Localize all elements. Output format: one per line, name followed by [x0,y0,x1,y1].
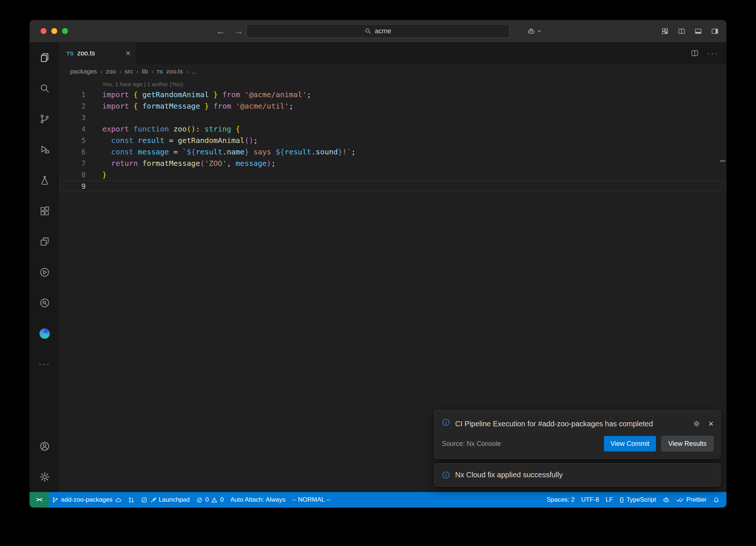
code-text[interactable]: } [86,169,107,181]
account-icon[interactable] [30,431,59,461]
toggle-secondary-sidebar-icon[interactable] [711,28,718,35]
testing-icon[interactable] [30,165,59,195]
line-number[interactable]: 3 [60,112,86,123]
more-views-icon[interactable]: ··· [30,349,59,379]
explorer-icon[interactable] [30,42,59,73]
code-line[interactable]: 9 [60,181,726,192]
toggle-primary-sidebar-icon[interactable] [678,28,685,35]
tab-zoo-ts[interactable]: TS zoo.ts × [60,42,136,64]
encoding-status[interactable]: UTF-8 [578,492,602,508]
search-circle-icon[interactable] [30,287,59,318]
checklist-icon [141,497,147,503]
vim-mode-status[interactable]: -- NORMAL -- [289,492,334,508]
search-text: acme [375,27,391,35]
code-line[interactable]: 4export function zoo(): string { [60,123,726,135]
error-icon [196,497,203,503]
view-commit-button[interactable]: View Commit [604,436,656,451]
code-text[interactable]: const result = getRandomAnimal(); [86,135,258,146]
split-editor-icon[interactable] [691,50,698,57]
activity-bar: ··· [30,42,60,492]
toggle-panel-icon[interactable] [695,28,702,35]
forward-arrow-icon[interactable]: → [234,26,243,37]
run-debug-icon[interactable] [30,134,59,165]
command-center-search[interactable]: acme [246,24,510,38]
line-number[interactable]: 7 [60,158,86,169]
breadcrumb-item[interactable]: zoo [106,68,116,75]
code-text[interactable] [86,181,102,192]
copilot-icon [527,27,535,35]
line-number[interactable]: 6 [60,146,86,158]
breadcrumb-file[interactable]: zoo.ts [166,68,183,75]
source-control-icon[interactable] [30,103,59,134]
line-number[interactable]: 2 [60,100,86,112]
title-bar[interactable]: ← → acme [30,20,726,42]
line-number[interactable]: 1 [60,89,86,100]
maximize-window-button[interactable] [62,28,68,34]
code-text[interactable]: export function zoo(): string { [86,123,240,135]
git-branch-icon [52,497,58,503]
git-compare-status[interactable] [125,492,138,508]
notification-settings-gear-icon[interactable] [693,420,700,427]
breadcrumb-item[interactable]: lib [142,68,148,75]
customize-layout-icon[interactable] [662,28,669,35]
bell-icon [713,497,719,503]
notification-message: Nx Cloud fix applied successfully [455,471,563,479]
view-results-button[interactable]: View Results [661,436,714,451]
minimize-window-button[interactable] [51,28,57,34]
git-branch-status[interactable]: add-zoo-packages [49,492,125,508]
formatter-status[interactable]: Prettier [673,492,710,508]
notification-source: Source: Nx Console [442,440,501,448]
eol-status[interactable]: LF [602,492,616,508]
breadcrumb-item[interactable]: src [125,68,133,75]
problems-status[interactable]: 0 0 [193,492,227,508]
line-number[interactable]: 8 [60,169,86,181]
code-line[interactable]: 5 const result = getRandomAnimal(); [60,135,726,146]
language-status[interactable]: {} TypeScript [616,492,660,508]
notification-ci-pipeline: CI Pipeline Execution for #add-zoo-packa… [434,410,721,459]
notification-close-icon[interactable]: × [708,419,714,428]
code-text[interactable]: import { getRandomAnimal } from '@acme/a… [86,89,311,100]
status-bar: >< add-zoo-packages Launchpad 0 0 Auto A… [30,492,726,508]
line-number[interactable]: 9 [60,181,86,192]
edge-devtools-icon[interactable] [30,318,59,349]
indentation-status[interactable]: Spaces: 2 [543,492,578,508]
brackets-icon: {} [620,496,624,504]
vscode-window: ← → acme [30,20,726,508]
search-sidebar-icon[interactable] [30,73,59,103]
nx-console-icon[interactable] [30,257,59,287]
code-line[interactable]: 3 [60,112,726,123]
back-arrow-icon[interactable]: ← [216,26,225,37]
launchpad-status[interactable]: Launchpad [138,492,193,508]
close-window-button[interactable] [41,28,47,34]
double-check-icon [676,497,684,502]
extensions-icon[interactable] [30,195,59,226]
breadcrumb-symbol-more[interactable]: ... [192,68,197,75]
code-line[interactable]: 2import { formatMessage } from '@acme/ut… [60,100,726,112]
code-line[interactable]: 1import { getRandomAnimal } from '@acme/… [60,89,726,100]
copilot-icon [663,496,670,504]
code-line[interactable]: 7 return formatMessage('ZOO', message); [60,158,726,169]
settings-gear-icon[interactable] [30,461,59,492]
rocket-icon [150,497,156,503]
remote-explorer-icon[interactable] [30,226,59,257]
search-icon [365,28,371,34]
notifications-bell[interactable] [710,492,723,508]
notification-message: CI Pipeline Execution for #add-zoo-packa… [455,418,654,429]
code-text[interactable]: return formatMessage('ZOO', message); [86,158,276,169]
tab-label: zoo.ts [77,50,95,57]
remote-indicator[interactable]: >< [30,492,49,508]
code-text[interactable]: const message = `${result.name} says ${r… [86,146,356,158]
breadcrumb-item[interactable]: packages [70,68,97,75]
tab-close-icon[interactable]: × [126,49,131,58]
code-line[interactable]: 6 const message = `${result.name} says $… [60,146,726,158]
auto-attach-status[interactable]: Auto Attach: Always [227,492,289,508]
code-text[interactable] [86,112,102,123]
code-text[interactable]: import { formatMessage } from '@acme/uti… [86,100,293,112]
editor-more-actions-icon[interactable]: ··· [707,49,718,58]
line-number[interactable]: 4 [60,123,86,135]
line-number[interactable]: 5 [60,135,86,146]
gitlens-codelens[interactable]: You, 1 hour ago | 1 author (You) [102,79,726,89]
copilot-menu[interactable] [527,20,542,42]
code-line[interactable]: 8} [60,169,726,181]
copilot-status[interactable] [659,492,673,508]
